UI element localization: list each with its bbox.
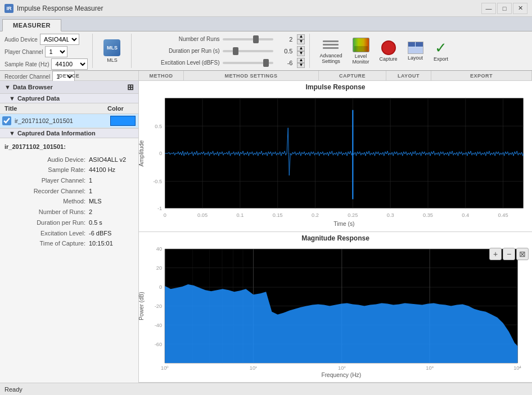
excitation-down[interactable]: ▼ [297,63,305,68]
method-settings-section-label: METHOD SETTINGS [184,71,319,80]
capture-section-label: CAPTURE [319,71,386,80]
svg-text:0.35: 0.35 [423,212,433,218]
svg-text:0: 0 [164,212,166,218]
ribbon-method-section: MLS MLS [97,34,132,68]
info-field-value: -6 dBFS [89,228,134,239]
close-button[interactable]: ✕ [513,3,528,14]
excitation-spinner[interactable]: ▲ ▼ [297,58,305,68]
level-monitor-button[interactable]: Level Monitor [348,35,375,67]
info-section-arrow: ▼ [9,130,15,137]
svg-text:20: 20 [156,265,162,270]
svg-text:-1: -1 [157,205,162,211]
level-monitor-label: Level Monitor [353,53,369,65]
svg-text:Time (s): Time (s) [333,221,354,227]
data-browser-pin-icon: ⊞ [127,83,134,92]
duration-down[interactable]: ▼ [297,51,305,56]
minimize-button[interactable]: — [481,3,496,14]
layout-section-label: LAYOUT [386,71,431,80]
titlebar: IR Impulse Response Measurer — □ ✕ [0,0,532,17]
player-channel-select[interactable]: 1 [45,46,67,57]
info-field-row: Time of Capture:10:15:01 [4,238,134,249]
info-field-row: Method:MLS [4,196,134,207]
sample-rate-row: Sample Rate (Hz) 44100 [4,58,88,70]
svg-text:0: 0 [159,284,162,290]
duration-spinner[interactable]: ▲ ▼ [297,46,305,56]
info-field-key: Sample Rate: [48,165,85,175]
impulse-chart-svg: 0.5 0 -0.5 -1 0 0.05 0.1 0.15 0.2 0.25 0… [139,92,532,229]
num-runs-label: Number of Runs [141,36,219,42]
method-section-label: METHOD [139,71,184,80]
svg-text:Power (dB): Power (dB) [139,292,145,320]
layout-button[interactable]: Layout [403,39,429,63]
layout-icon [408,42,423,54]
info-field-value: MLS [89,196,134,207]
magnitude-chart: Magnitude Response + − ⊠ [139,232,532,383]
row-color-swatch [110,116,136,126]
data-table-header: Title Color [0,103,138,114]
captured-data-label: Captured Data [17,95,60,102]
info-field-row: Recorder Channel:1 [4,186,134,197]
excitation-value: -6 [277,60,292,66]
num-runs-slider[interactable] [223,38,273,40]
num-runs-down[interactable]: ▼ [297,39,305,44]
sample-rate-label: Sample Rate (Hz) [4,61,49,67]
table-row[interactable]: ir_20171102_101501 [0,114,138,128]
info-field-key: Number of Runs: [39,207,85,217]
col-color-label: Color [105,105,136,112]
ribbon-tab-bar: MEASURER [0,17,532,31]
row-title: ir_20171102_101501 [13,117,110,125]
maximize-button[interactable]: □ [497,3,512,14]
advanced-settings-button[interactable]: Advanced Settings [314,35,347,67]
capture-icon [381,40,396,55]
info-field-row: Sample Rate:44100 Hz [4,165,134,175]
zoom-out-button[interactable]: − [503,248,515,260]
captured-data-info-section[interactable]: ▼ Captured Data Information [0,129,138,138]
zoom-in-button[interactable]: + [489,248,502,260]
device-section-label: DEVICE [0,71,139,80]
svg-text:0.2: 0.2 [312,212,319,218]
mls-label: MLS [107,57,118,63]
advanced-settings-label: Advanced Settings [319,53,342,64]
svg-text:0.05: 0.05 [197,212,208,218]
info-field-value: 2 [89,207,134,217]
ribbon-device-section: Audio Device ASIO4ALL... Player Channel … [4,34,93,68]
data-browser-header[interactable]: ▼ Data Browser ⊞ [0,81,138,94]
duration-slider[interactable] [223,50,273,52]
num-runs-spinner[interactable]: ▲ ▼ [297,34,305,44]
svg-text:-60: -60 [155,341,162,347]
row-checkbox[interactable] [2,116,11,125]
zoom-reset-button[interactable]: ⊠ [516,248,529,260]
info-field-key: Player Channel: [42,175,85,186]
duration-row: Duration per Run (s) 0.5 ▲ ▼ [141,46,305,56]
sample-rate-select[interactable]: 44100 [51,58,88,70]
svg-text:0.45: 0.45 [498,212,508,218]
captured-data-section[interactable]: ▼ Captured Data [0,94,138,103]
col-title-label: Title [2,105,105,112]
ribbon-method-settings-section: Number of Runs 2 ▲ ▼ Duration per Run (s… [136,34,310,68]
tab-measurer[interactable]: MEASURER [2,19,61,31]
info-field-value: ASIO4ALL v2 [89,155,134,165]
audio-device-label: Audio Device [4,37,38,43]
svg-rect-0 [165,98,523,208]
excitation-row: Excitation Level (dBFS) -6 ▲ ▼ [141,57,305,68]
export-label: Export [434,56,448,62]
app-icon: IR [4,4,13,13]
svg-text:10⁰: 10⁰ [161,365,169,371]
info-panel: ▼ Captured Data Information ir_20171102_… [0,129,138,383]
charts-area: Impulse Response [139,81,532,383]
chart-zoom-controls: + − ⊠ [489,248,529,260]
svg-text:40: 40 [156,246,162,252]
player-channel-row: Player Channel 1 [4,46,88,57]
excitation-slider[interactable] [223,62,273,64]
svg-text:10¹: 10¹ [250,365,257,371]
mls-button[interactable]: MLS MLS [97,37,127,66]
duration-label: Duration per Run (s) [141,48,219,54]
export-button[interactable]: ✓ Export [429,38,454,65]
audio-device-select[interactable]: ASIO4ALL... [40,34,79,45]
svg-text:10³: 10³ [426,365,433,371]
data-browser: ▼ Data Browser ⊞ ▼ Captured Data Title C… [0,81,138,129]
svg-text:0: 0 [159,150,162,156]
capture-button[interactable]: Capture [375,38,403,65]
layout-label: Layout [408,55,423,61]
magnitude-chart-title: Magnitude Response [139,232,532,243]
